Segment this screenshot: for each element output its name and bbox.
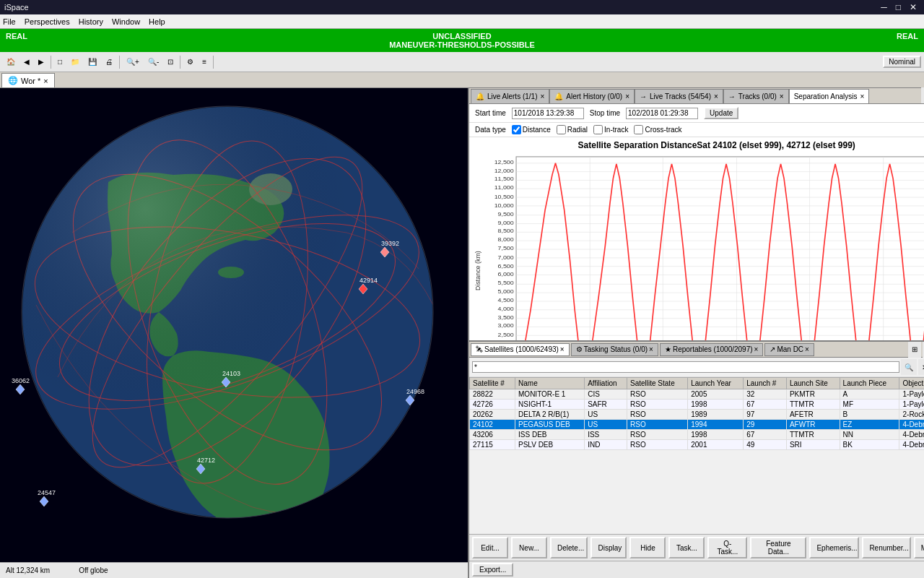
tab-satellites[interactable]: 🛰 Satellites (1000/62493) × [471,343,570,356]
col-affiliation[interactable]: Affiliation [585,378,627,389]
col-year[interactable]: Launch Year [688,378,744,389]
col-piece[interactable]: Launch Piece [840,378,899,389]
toolbar-open[interactable]: 📁 [67,54,83,70]
edit-button[interactable]: Edit... [472,537,508,558]
tab-man-dc[interactable]: ↗ Man DC × [764,343,814,356]
live-tracks-close[interactable]: × [714,92,718,100]
world-tab-close[interactable]: × [43,77,48,85]
start-time-input[interactable] [512,108,584,119]
man-dc-tab-close[interactable]: × [805,345,809,353]
tracks-close[interactable]: × [780,92,784,100]
nominal-button[interactable]: Nominal [883,56,921,68]
maximize-btn[interactable]: □ [893,2,904,12]
toolbar-sep-2 [119,56,120,69]
menu-history[interactable]: History [79,17,103,26]
svg-text:12,000: 12,000 [494,167,514,173]
live-alerts-close[interactable]: × [540,92,544,100]
tab-sep-analysis[interactable]: Separation Analysis × [789,89,870,103]
svg-text:8,500: 8,500 [498,228,515,234]
banner-left-label: REAL [6,32,27,40]
radial-checkbox-label[interactable]: Radial [557,125,588,134]
live-alerts-label: Live Alerts (1/1) [487,92,537,100]
table-row[interactable]: 27115PSLV DEBINDRSO200149SRIBK4-Debris [470,440,925,450]
in-track-checkbox[interactable] [593,125,603,134]
menu-file[interactable]: File [3,17,16,26]
cross-track-checkbox[interactable] [634,125,643,134]
cross-track-checkbox-label[interactable]: Cross-track [634,125,681,134]
new-button[interactable]: New... [511,537,547,558]
export-button[interactable]: Export... [472,563,513,577]
tab-live-tracks[interactable]: → Live Tracks (54/54) × [635,89,723,103]
globe-panel: 39392 42914 24103 24968 [0,88,468,578]
hide-button[interactable]: Hide [629,537,666,558]
analysis-minimize[interactable]: ─ [921,87,924,103]
ephemeris-button[interactable]: Ephemeris... [809,537,859,558]
close-btn[interactable]: ✕ [907,2,920,12]
tab-alert-history[interactable]: 🔔 Alert History (0/0) × [549,89,635,103]
col-site[interactable]: Launch Site [786,378,840,389]
world-tab[interactable]: 🌐 Wor * × [1,73,55,87]
satellites-tab-close[interactable]: × [560,345,565,353]
svg-point-14 [22,107,432,517]
world-tab-label: Wor * [21,77,40,85]
toolbar-zoom-in[interactable]: 🔍+ [123,54,143,70]
toolbar-new[interactable]: □ [54,54,66,70]
sat-search-input[interactable] [472,361,899,373]
sat-table-container[interactable]: Satellite # Name Affiliation Satellite S… [469,377,924,534]
reportables-tab-close[interactable]: × [754,345,759,353]
col-state[interactable]: Satellite State [627,378,688,389]
sat-filter-btn[interactable]: ✕ [918,359,924,375]
distance-checkbox[interactable] [512,125,521,134]
window-controls[interactable]: ─ □ ✕ [878,2,920,12]
tab-live-alerts[interactable]: 🔔 Live Alerts (1/1) × [471,89,549,103]
toolbar-settings[interactable]: ⚙ [183,54,197,70]
feature-data-button[interactable]: Feature Data... [750,537,806,558]
tab-reportables[interactable]: ★ Reportables (1000/2097) × [660,343,763,356]
sat-search-btn[interactable]: 🔍 [901,359,917,375]
distance-checkbox-label[interactable]: Distance [512,125,551,134]
svg-text:4,000: 4,000 [498,305,515,311]
toolbar-fit[interactable]: ⊡ [164,54,177,70]
sat-panel-grid[interactable]: ⊞ [908,342,921,358]
data-type-row: Data type Distance Radial In-track Cross… [469,123,924,137]
renumber-button[interactable]: Renumber... [862,537,910,558]
alert-history-close[interactable]: × [625,92,629,100]
stop-time-input[interactable] [626,108,698,119]
table-row[interactable]: 43206ISS DEBISSRSO199867TTMTRNN4-Debris [470,430,925,440]
update-button[interactable]: Update [704,107,738,119]
toolbar-forward[interactable]: ▶ [35,54,48,70]
menu-perspectives[interactable]: Perspectives [25,17,70,26]
menu-help[interactable]: Help [149,17,165,26]
col-type[interactable]: Object Type [899,378,924,389]
time-controls: Start time Stop time Update [469,104,924,123]
col-launch-num[interactable]: Launch # [744,378,787,389]
radial-checkbox[interactable] [557,125,566,134]
svg-text:11,500: 11,500 [494,176,514,182]
table-row[interactable]: 20262DELTA 2 R/B(1)USRSO198997AFETRB2-Ro… [470,410,925,420]
minimize-btn[interactable]: ─ [878,2,890,12]
toolbar-save[interactable]: 💾 [84,54,100,70]
task-button[interactable]: Task... [668,537,705,558]
toolbar-back[interactable]: ◀ [20,54,33,70]
qtask-button[interactable]: Q-Task... [707,537,747,558]
table-row[interactable]: 24102PEGASUS DEBUSRSO199429AFWTREZ4-Debr… [470,420,925,430]
toolbar-print[interactable]: 🖨 [102,54,116,70]
in-track-checkbox-label[interactable]: In-track [593,125,628,134]
globe-container[interactable]: 39392 42914 24103 24968 [0,88,468,562]
banner-center: UNCLASSIFIED [432,32,491,40]
toolbar-layers[interactable]: ≡ [199,54,210,70]
toolbar-home[interactable]: 🏠 [3,54,19,70]
toolbar-zoom-out[interactable]: 🔍- [144,54,162,70]
sep-analysis-close[interactable]: × [860,92,865,100]
delete-button[interactable]: Delete... [550,537,588,558]
tasking-tab-close[interactable]: × [649,345,653,353]
col-name[interactable]: Name [515,378,585,389]
tab-tracks[interactable]: → Tracks (0/0) × [723,89,789,103]
tab-tasking[interactable]: ⚙ Tasking Status (0/0) × [571,343,658,356]
maneuver-button[interactable]: Maneuver... [914,537,924,558]
table-row[interactable]: 28822MONITOR-E 1CISRSO200532PKMTRA1-Payl… [470,389,925,400]
table-row[interactable]: 42726NSIGHT-1SAFRRSO199867TTMTRMF1-Paylo… [470,400,925,410]
display-button[interactable]: Display [590,537,627,558]
col-satellite-num[interactable]: Satellite # [470,378,515,389]
menu-window[interactable]: Window [112,17,140,26]
